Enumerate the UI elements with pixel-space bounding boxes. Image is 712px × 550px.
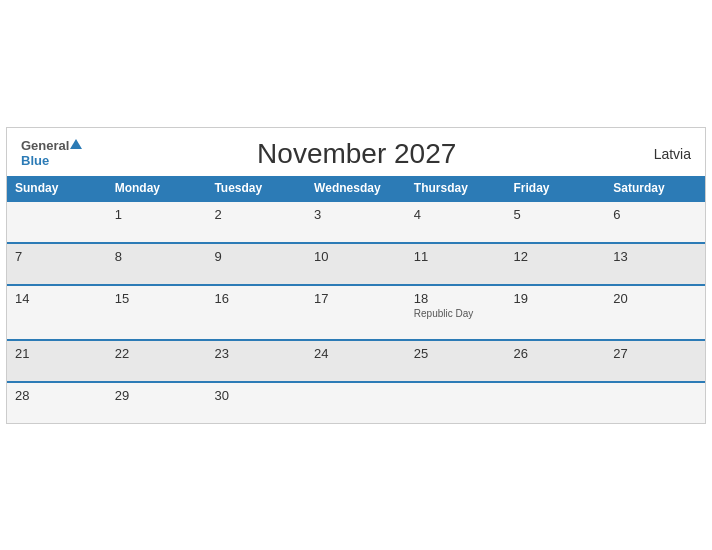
- day-number: 9: [214, 249, 298, 264]
- country-label: Latvia: [631, 146, 691, 162]
- day-cell: 17: [306, 285, 406, 340]
- day-number: 11: [414, 249, 498, 264]
- day-cell: 2: [206, 201, 306, 243]
- day-number: 5: [514, 207, 598, 222]
- day-number: 18: [414, 291, 498, 306]
- day-cell: 8: [107, 243, 207, 285]
- day-number: 8: [115, 249, 199, 264]
- day-number: 20: [613, 291, 697, 306]
- day-number: 29: [115, 388, 199, 403]
- day-cell: [605, 382, 705, 423]
- day-cell: 28: [7, 382, 107, 423]
- day-cell: 23: [206, 340, 306, 382]
- day-number: 1: [115, 207, 199, 222]
- day-cell: 19: [506, 285, 606, 340]
- calendar: General Blue November 2027 Latvia Sunday…: [6, 127, 706, 424]
- col-tuesday: Tuesday: [206, 176, 306, 201]
- logo-general-text: General: [21, 139, 69, 153]
- day-number: 14: [15, 291, 99, 306]
- day-headers-row: Sunday Monday Tuesday Wednesday Thursday…: [7, 176, 705, 201]
- day-number: 23: [214, 346, 298, 361]
- day-cell: [306, 382, 406, 423]
- day-number: 13: [613, 249, 697, 264]
- day-number: 16: [214, 291, 298, 306]
- week-row-0: 123456: [7, 201, 705, 243]
- day-cell: 4: [406, 201, 506, 243]
- day-number: 12: [514, 249, 598, 264]
- day-cell: [506, 382, 606, 423]
- day-cell: 18Republic Day: [406, 285, 506, 340]
- col-wednesday: Wednesday: [306, 176, 406, 201]
- col-sunday: Sunday: [7, 176, 107, 201]
- day-cell: 1: [107, 201, 207, 243]
- day-cell: 27: [605, 340, 705, 382]
- day-cell: 15: [107, 285, 207, 340]
- day-cell: 26: [506, 340, 606, 382]
- day-cell: 14: [7, 285, 107, 340]
- day-number: 26: [514, 346, 598, 361]
- day-number: 15: [115, 291, 199, 306]
- week-row-3: 21222324252627: [7, 340, 705, 382]
- day-number: 19: [514, 291, 598, 306]
- day-number: 17: [314, 291, 398, 306]
- day-cell: 25: [406, 340, 506, 382]
- day-number: 25: [414, 346, 498, 361]
- day-cell: 9: [206, 243, 306, 285]
- day-number: 28: [15, 388, 99, 403]
- day-cell: 29: [107, 382, 207, 423]
- week-row-4: 282930: [7, 382, 705, 423]
- day-number: 6: [613, 207, 697, 222]
- day-number: 30: [214, 388, 298, 403]
- day-cell: 30: [206, 382, 306, 423]
- week-row-2: 1415161718Republic Day1920: [7, 285, 705, 340]
- day-number: 4: [414, 207, 498, 222]
- day-cell: 11: [406, 243, 506, 285]
- logo: General Blue: [21, 139, 82, 168]
- holiday-label: Republic Day: [414, 308, 498, 319]
- day-cell: 6: [605, 201, 705, 243]
- day-cell: 20: [605, 285, 705, 340]
- calendar-header: General Blue November 2027 Latvia: [7, 128, 705, 176]
- day-cell: 22: [107, 340, 207, 382]
- day-number: 21: [15, 346, 99, 361]
- day-cell: 12: [506, 243, 606, 285]
- col-friday: Friday: [506, 176, 606, 201]
- day-cell: 13: [605, 243, 705, 285]
- col-saturday: Saturday: [605, 176, 705, 201]
- day-number: 2: [214, 207, 298, 222]
- day-number: 24: [314, 346, 398, 361]
- day-cell: 24: [306, 340, 406, 382]
- day-cell: [406, 382, 506, 423]
- day-cell: 5: [506, 201, 606, 243]
- week-row-1: 78910111213: [7, 243, 705, 285]
- day-number: 10: [314, 249, 398, 264]
- day-number: 3: [314, 207, 398, 222]
- calendar-table: Sunday Monday Tuesday Wednesday Thursday…: [7, 176, 705, 423]
- day-number: 7: [15, 249, 99, 264]
- day-cell: 21: [7, 340, 107, 382]
- logo-blue-text: Blue: [21, 154, 82, 168]
- day-cell: 10: [306, 243, 406, 285]
- calendar-title: November 2027: [82, 138, 631, 170]
- day-cell: 7: [7, 243, 107, 285]
- col-thursday: Thursday: [406, 176, 506, 201]
- logo-triangle-icon: [70, 139, 82, 149]
- day-cell: [7, 201, 107, 243]
- day-cell: 3: [306, 201, 406, 243]
- day-number: 27: [613, 346, 697, 361]
- day-cell: 16: [206, 285, 306, 340]
- day-number: 22: [115, 346, 199, 361]
- col-monday: Monday: [107, 176, 207, 201]
